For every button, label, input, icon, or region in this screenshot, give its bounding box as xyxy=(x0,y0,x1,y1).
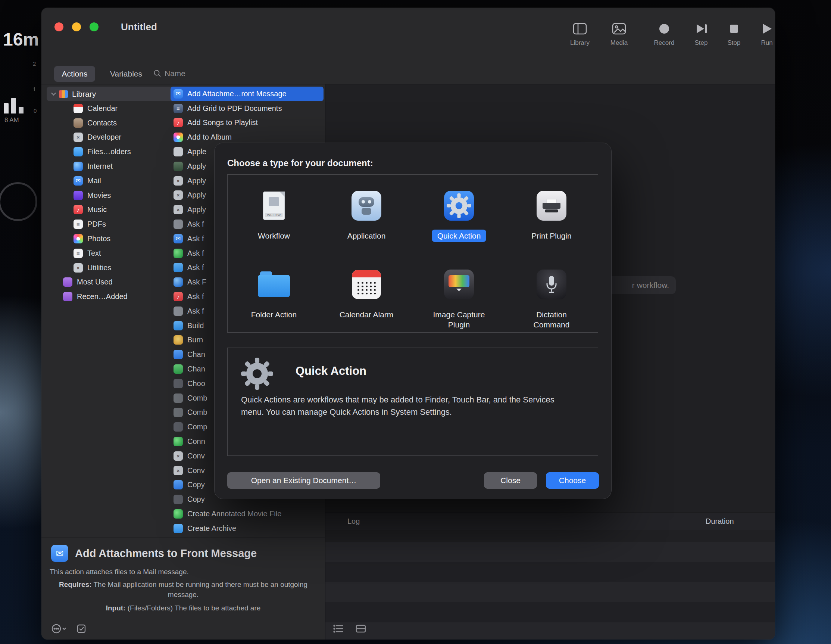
action-label: Build xyxy=(187,322,204,330)
chart-bar xyxy=(4,103,9,113)
doc-type-quick-action[interactable]: Quick Action xyxy=(413,175,505,253)
search-input[interactable]: Name xyxy=(153,69,185,78)
action-icon: × xyxy=(174,451,183,461)
action-icon-glyph: ✉ xyxy=(176,235,181,242)
sidebar-item-label: Contacts xyxy=(87,119,117,127)
log-header: Log Duration xyxy=(325,513,775,530)
action-icon xyxy=(174,306,183,316)
search-icon xyxy=(153,69,162,78)
library-books-icon xyxy=(59,90,68,98)
log-pane-view-button[interactable] xyxy=(355,624,366,635)
doc-type-workflow[interactable]: WFLOW Workflow xyxy=(228,175,320,253)
zoom-button[interactable] xyxy=(89,22,99,31)
action-label: Create Annotated Movie File xyxy=(187,510,281,518)
screen-time-chart xyxy=(4,90,28,113)
sidebar-item-label: Developer xyxy=(87,133,121,142)
image-capture-plugin-icon xyxy=(444,263,474,306)
action-icon: ♪ xyxy=(174,118,183,127)
chart-axis-label: 2 xyxy=(33,61,36,67)
choose-type-dialog: Choose a type for your document: WFLOW W… xyxy=(214,143,611,499)
snippet-toggle-button[interactable] xyxy=(76,624,86,635)
category-app-icon xyxy=(73,162,83,171)
sidebar-item-label: PDFs xyxy=(87,220,106,228)
search-placeholder: Name xyxy=(164,69,185,78)
type-description-box: Quick Action Quick Actions are workflows… xyxy=(227,348,598,456)
action-label: Comb xyxy=(187,394,207,402)
chart-bar xyxy=(11,98,16,113)
action-label: Ask F xyxy=(187,278,206,286)
action-label: Comb xyxy=(187,408,207,417)
category-app-icon xyxy=(73,118,83,128)
action-icon-glyph: × xyxy=(177,453,180,459)
sidebar-item-label: Mail xyxy=(87,177,101,185)
run-button[interactable]: Run xyxy=(747,20,775,47)
icon-glyph: ♪ xyxy=(77,206,80,213)
chart-bar xyxy=(19,107,24,113)
action-item[interactable]: Create Archive xyxy=(170,521,323,536)
sidebar-item-label: Files…olders xyxy=(87,147,131,156)
action-item[interactable]: ♪ Add Songs to Playlist xyxy=(170,116,323,130)
window-title: Untitled xyxy=(121,21,157,33)
dialog-title: Choose a type for your document: xyxy=(227,158,373,168)
more-options-button[interactable] xyxy=(51,623,67,636)
action-item[interactable]: ≡ Add Grid to PDF Documents xyxy=(170,101,323,116)
quick-action-icon xyxy=(444,184,474,228)
record-button[interactable]: Record xyxy=(645,20,684,47)
desktop: 16m 2 1 0 8 AM Untitled Library Media xyxy=(0,0,831,644)
choose-button[interactable]: Choose xyxy=(546,472,599,489)
open-existing-document-button[interactable]: Open an Existing Document… xyxy=(227,472,380,489)
sidebar-item-label: Internet xyxy=(87,162,113,171)
action-icon xyxy=(174,495,183,504)
category-app-icon: ♪ xyxy=(73,205,83,214)
doc-type-print-plugin[interactable]: Print Plugin xyxy=(505,175,598,253)
close-dialog-button[interactable]: Close xyxy=(484,472,537,489)
library-icon xyxy=(560,20,599,38)
library-button[interactable]: Library xyxy=(560,20,599,47)
action-icon: ♪ xyxy=(174,292,183,301)
action-label: Ask f xyxy=(187,263,204,272)
category-app-icon: ✉ xyxy=(73,176,83,185)
activity-ring xyxy=(0,182,37,221)
action-label: Conv xyxy=(187,466,205,475)
mail-action-icon: ✉ xyxy=(51,545,68,562)
media-button[interactable]: Media xyxy=(600,20,638,47)
workflow-icon: WFLOW xyxy=(263,184,285,228)
chart-axis-label: 0 xyxy=(33,107,37,114)
action-label: Chan xyxy=(187,365,205,373)
sidebar-item-label: Text xyxy=(87,249,101,258)
category-app-icon: × xyxy=(73,263,83,273)
action-icon-glyph: × xyxy=(177,192,180,198)
doc-type-dictation-command[interactable]: Dictation Command xyxy=(505,253,598,332)
tab-actions[interactable]: Actions xyxy=(54,66,95,82)
chevron-down-icon xyxy=(51,91,56,96)
action-item[interactable]: Create Annotated Movie File xyxy=(170,507,323,521)
action-icon xyxy=(174,147,183,156)
close-button[interactable] xyxy=(54,22,64,31)
action-icon xyxy=(174,335,183,344)
folder-action-icon xyxy=(258,263,290,306)
action-icon xyxy=(174,277,183,287)
action-label: Burn xyxy=(187,336,203,344)
doc-type-calendar-alarm[interactable]: Calendar Alarm xyxy=(320,253,413,332)
action-label: Chan xyxy=(187,350,205,359)
minimize-button[interactable] xyxy=(72,22,81,31)
action-icon-glyph: ♪ xyxy=(177,120,180,126)
sidebar-item-label: Utilities xyxy=(87,263,111,272)
action-icon xyxy=(174,350,183,359)
log-list-view-button[interactable] xyxy=(333,624,344,635)
doc-type-application[interactable]: Application xyxy=(320,175,413,253)
tab-variables[interactable]: Variables xyxy=(105,66,147,82)
screen-time-widget: 16m xyxy=(3,29,39,49)
action-label: Ask f xyxy=(187,292,204,301)
action-label: Add Songs to Playlist xyxy=(187,118,258,127)
action-label: Apple xyxy=(187,147,206,156)
category-app-icon xyxy=(73,147,83,156)
action-label: Ask f xyxy=(187,220,204,228)
action-item[interactable]: ✉ Add Attachme…ront Message xyxy=(170,87,323,101)
type-info-description: Quick Actions are workflows that may be … xyxy=(241,394,577,418)
category-app-icon xyxy=(73,234,83,244)
doc-type-folder-action[interactable]: Folder Action xyxy=(228,253,320,332)
doc-type-image-capture-plugin[interactable]: Image Capture Plugin xyxy=(413,253,505,332)
action-label: Copy xyxy=(187,480,205,489)
sidebar-group-label: Most Used xyxy=(77,278,113,286)
